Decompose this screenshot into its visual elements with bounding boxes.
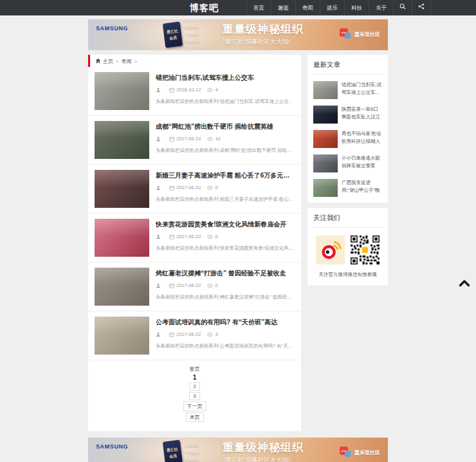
- article-meta: 2017-06-22 0: [156, 185, 295, 190]
- date-text: 2017-06-22: [176, 234, 201, 239]
- article-views: 0: [207, 234, 217, 239]
- weibo-link[interactable]: [316, 236, 345, 264]
- article-row: 新婚三月妻子高速涂护手霜 粗心丢了6万多元钻戒 2017-06-22 0 头条新…: [88, 165, 301, 214]
- latest-article-text: 小小罚单难逃火眼 假牌车被交警查获...: [342, 154, 382, 170]
- latest-article-item[interactable]: 陕西安康一家6口乘面包车坠入汉江4死2伤...: [313, 106, 382, 124]
- follow-row: [313, 236, 382, 264]
- breadcrumb: 主页 > 奇闻 >: [88, 55, 301, 67]
- author-icon: [156, 234, 163, 239]
- pagination-page-1-current[interactable]: 1: [88, 374, 301, 381]
- article-title[interactable]: 公考面试培训真的有用吗? 有“天价班”高达: [156, 318, 295, 327]
- share-button[interactable]: [412, 0, 431, 15]
- pagination-next[interactable]: 下一页: [183, 402, 206, 411]
- bottom-banner-ad[interactable]: SAMSUNG 星汇社 会员 沟通特权 专享福利 专属活动 重量级神秘组织 “星…: [88, 438, 388, 462]
- article-excerpt: 头条新闻栏目的热点新闻系列:错把油门当刹车,试驾车撞上公交车...: [156, 98, 295, 105]
- nav-item-oddnews[interactable]: 奇闻: [295, 0, 320, 15]
- latest-article-thumbnail: [313, 154, 338, 172]
- article-meta: 2017-06-22 3: [156, 331, 295, 337]
- latest-article-item[interactable]: 再也不怕马赛克!谷歌黑科技让模糊人脸变...: [313, 130, 382, 148]
- nav-item-tech[interactable]: 科技: [344, 0, 369, 15]
- views-count: 0: [215, 234, 217, 239]
- latest-article-item[interactable]: 小小罚单难逃火眼 假牌车被交警查获...: [313, 154, 382, 172]
- search-icon: [399, 0, 406, 15]
- article-body: 成都“网红池”捞出数千硬币 捐给抗震英雄 2017-06-24 10 头条新闻栏…: [156, 121, 295, 159]
- latest-article-item[interactable]: 广西投资促进局:“穿山甲公子”晚宴系李...: [313, 179, 382, 197]
- date-text: 2017-06-24: [176, 136, 201, 142]
- article-body: 错把油门当刹车,试驾车撞上公交车 2018-10-12 4 头条新闻栏目的热点新…: [156, 72, 295, 110]
- article-row: 快来赏花游园赏美食!琼洲文化风情新春庙会开 2017-06-22 0 头条新闻栏…: [88, 214, 301, 263]
- article-title[interactable]: 快来赏花游园赏美食!琼洲文化风情新春庙会开: [156, 220, 295, 229]
- chevron-up-icon: [459, 278, 470, 289]
- article-thumbnail[interactable]: [95, 317, 149, 355]
- views-count: 4: [215, 87, 217, 93]
- article-thumbnail[interactable]: [95, 72, 149, 110]
- pagination-last[interactable]: 末页: [186, 412, 204, 422]
- search-button[interactable]: [393, 0, 412, 15]
- article-views: 3: [207, 331, 217, 337]
- community-name: 盖乐世社区: [354, 31, 380, 38]
- article-thumbnail[interactable]: [95, 219, 149, 257]
- pagination-page-2[interactable]: 2: [189, 382, 199, 391]
- perk-2: 专享福利: [185, 31, 199, 38]
- latest-article-thumbnail: [313, 81, 338, 99]
- nav-item-encounter[interactable]: 邂逅: [271, 0, 295, 15]
- banner-subtitle: “星汇社”招募社区大大啦!: [223, 38, 290, 46]
- site-logo[interactable]: 博客吧: [190, 0, 219, 15]
- article-date: 2017-06-24: [169, 136, 201, 142]
- author-icon: [156, 136, 163, 142]
- main-menu: 首页 邂逅 奇闻 娱乐 科技 关于: [246, 0, 431, 15]
- pagination: 首页 1 2 3 下一页 末页: [88, 360, 301, 431]
- latest-article-thumbnail: [313, 106, 338, 124]
- perk-3: 专属活动: [185, 456, 199, 462]
- follow-us-widget: 关注我们: [307, 208, 388, 285]
- article-date: 2017-06-22: [169, 234, 201, 239]
- follow-caption: 关注官方微博微信有惊喜哦: [313, 272, 382, 279]
- banner-perks: 沟通特权 专享福利 专属活动: [185, 442, 199, 462]
- article-thumbnail[interactable]: [95, 121, 149, 159]
- breadcrumb-separator: >: [116, 59, 119, 64]
- nav-item-entertainment[interactable]: 娱乐: [320, 0, 344, 15]
- article-thumbnail[interactable]: [95, 268, 149, 306]
- article-title[interactable]: 新婚三月妻子高速涂护手霜 粗心丢了6万多元钻戒: [156, 171, 295, 180]
- perk-3: 专属活动: [185, 38, 199, 45]
- breadcrumb-home[interactable]: 主页: [103, 58, 113, 65]
- latest-article-thumbnail: [313, 130, 338, 148]
- article-thumbnail[interactable]: [95, 170, 149, 208]
- banner-member-card: 星汇社 会员: [163, 21, 183, 48]
- nav-item-home[interactable]: 首页: [246, 0, 271, 15]
- article-views: 0: [207, 185, 217, 190]
- latest-articles-title: 最新文章: [313, 60, 382, 75]
- banner-title: 重量级神秘组织: [223, 440, 304, 455]
- community-name: 盖乐世社区: [354, 449, 380, 456]
- banner-title: 重量级神秘组织: [223, 22, 304, 37]
- views-count: 0: [215, 282, 217, 288]
- banner-member-card: 星汇社 会员: [163, 439, 183, 462]
- latest-article-text: 广西投资促进局:“穿山甲公子”晚宴系李...: [342, 179, 382, 194]
- latest-article-item[interactable]: 错把油门当刹车,试驾车撞上公交车...: [313, 81, 382, 99]
- article-title[interactable]: 错把油门当刹车,试驾车撞上公交车: [156, 73, 295, 82]
- perk-1: 沟通特权: [185, 442, 199, 449]
- latest-article-text: 错把油门当刹车,试驾车撞上公交车...: [342, 81, 382, 97]
- article-meta: 2017-06-24 10: [156, 136, 295, 142]
- pagination-page-3[interactable]: 3: [189, 392, 199, 400]
- share-icon: [418, 0, 425, 15]
- article-date: 2018-10-12: [169, 87, 201, 93]
- article-row: 烤红薯老汉摆摊“打游击” 曾因经验不足被收走 2017-06-22 0 头条新闻…: [88, 263, 301, 311]
- breadcrumb-separator: >: [134, 59, 138, 64]
- top-banner-ad[interactable]: SAMSUNG 星汇社 会员 沟通特权 专享福利 专属活动 重量级神秘组织 “星…: [88, 19, 388, 50]
- nav-item-about[interactable]: 关于: [369, 0, 393, 15]
- top-navbar: 博客吧 首页 邂逅 奇闻 娱乐 科技 关于: [0, 0, 476, 15]
- breadcrumb-category[interactable]: 奇闻: [122, 58, 132, 65]
- pagination-first[interactable]: 首页: [88, 365, 301, 373]
- perk-2: 专享福利: [185, 449, 199, 456]
- chat-bubbles-icon: [340, 28, 352, 40]
- article-title[interactable]: 烤红薯老汉摆摊“打游击” 曾因经验不足被收走: [156, 269, 295, 278]
- card-line2: 会员: [169, 35, 178, 41]
- weibo-icon: [320, 238, 342, 263]
- latest-article-text: 陕西安康一家6口乘面包车坠入汉江4死2伤...: [342, 106, 382, 121]
- article-title[interactable]: 成都“网红池”捞出数千硬币 捐给抗震英雄: [156, 122, 295, 131]
- article-views: 0: [207, 282, 217, 288]
- article-body: 公考面试培训真的有用吗? 有“天价班”高达 2017-06-22 3 头条新闻栏…: [156, 317, 295, 355]
- back-to-top-button[interactable]: [459, 278, 470, 290]
- author-icon: [156, 332, 163, 337]
